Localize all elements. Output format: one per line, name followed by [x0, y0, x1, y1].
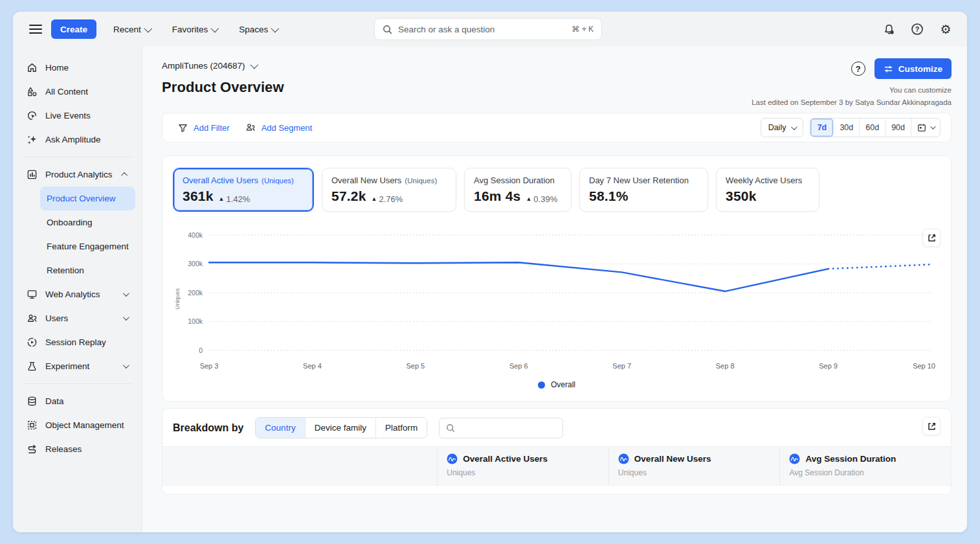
sidebar-item-onboarding[interactable]: Onboarding [40, 210, 135, 234]
sidebar-item-object-management[interactable]: Object Management [19, 413, 135, 437]
tab-country[interactable]: Country [256, 418, 305, 438]
sidebar-item-web-analytics[interactable]: Web Analytics [19, 282, 135, 306]
sidebar-item-retention[interactable]: Retention [40, 258, 135, 282]
chevron-down-icon [123, 290, 129, 297]
breakdown-column-overall-new-users[interactable]: Overall New Users Uniques [608, 447, 780, 485]
last-edited-note: Last edited on September 3 by Satya Sund… [752, 96, 952, 109]
menu-favorites-label: Favorites [172, 25, 208, 34]
legend-label: Overall [551, 380, 575, 389]
sidebar-item-releases[interactable]: Releases [19, 437, 135, 461]
notifications-bell-icon[interactable] [882, 22, 896, 36]
search-icon [446, 424, 455, 433]
sidebar-item-label: Data [45, 396, 129, 406]
metric-sublabel: (Uniques) [262, 177, 294, 185]
breakdown-search-input[interactable] [460, 423, 556, 433]
delta-up-icon: ▲ [219, 196, 225, 202]
y-axis-unit-label: Uniques [174, 288, 181, 310]
add-segment-button[interactable]: Add Segment [240, 122, 318, 133]
column-title: Avg Session Duration [805, 454, 896, 464]
breakdown-column-dimension [162, 447, 437, 485]
help-icon[interactable]: ? [910, 22, 924, 36]
search-input[interactable] [398, 25, 566, 34]
sparkles-icon [26, 134, 38, 146]
range-90d[interactable]: 90d [885, 119, 911, 137]
add-filter-label: Add Filter [194, 123, 230, 133]
metric-avg-session-duration[interactable]: Avg Session Duration 16m 4s ▲0.39% [464, 168, 572, 212]
menu-spaces-label: Spaces [239, 25, 268, 34]
sidebar-item-session-replay[interactable]: Session Replay [19, 330, 135, 354]
sidebar-item-label: Product Analytics [45, 170, 115, 179]
metric-label: Weekly Active Users [726, 176, 802, 185]
sidebar-item-product-overview[interactable]: Product Overview [40, 187, 135, 210]
breakdown-column-overall-active-users[interactable]: Overall Active Users Uniques [437, 447, 608, 485]
sidebar-item-feature-engagement[interactable]: Feature Engagement [40, 234, 135, 258]
sidebar-item-ask-amplitude[interactable]: Ask Amplitude [19, 128, 135, 152]
column-subtitle: Uniques [618, 468, 771, 477]
dashboard-help-button[interactable]: ? [849, 59, 868, 78]
chevron-down-icon [791, 124, 797, 130]
range-30d[interactable]: 30d [834, 119, 860, 137]
svg-text:Sep 10: Sep 10 [913, 362, 935, 370]
chart-legend: Overall [173, 374, 941, 396]
range-7d[interactable]: 7d [810, 119, 834, 137]
breakdown-expand-button[interactable] [922, 417, 941, 435]
metric-day7-retention[interactable]: Day 7 New User Retention 58.1% [579, 168, 708, 212]
project-name: AmpliTunes (204687) [162, 61, 245, 71]
sidebar-item-label: Ask Amplitude [45, 135, 129, 144]
sidebar-item-all-content[interactable]: All Content [19, 80, 135, 104]
sidebar-item-label: Object Management [45, 420, 129, 430]
customize-button[interactable]: Customize [874, 58, 952, 79]
all-content-icon [26, 86, 38, 98]
chevron-down-icon [250, 61, 258, 69]
breakdown-search[interactable] [439, 418, 563, 438]
add-segment-label: Add Segment [262, 123, 313, 133]
app-window: Create Recent Favorites Spaces ⌘ + K ? ⚙ [13, 12, 967, 532]
sidebar-divider [22, 157, 133, 157]
metric-overall-active-users[interactable]: Overall Active Users(Uniques) 361k ▲1.42… [173, 168, 314, 212]
chevron-down-icon [271, 24, 280, 32]
menu-recent[interactable]: Recent [107, 19, 157, 39]
breakdown-table-header: Overall Active Users Uniques Overall New… [162, 446, 951, 485]
metric-weekly-active-users[interactable]: Weekly Active Users 350k [716, 168, 819, 212]
sidebar-item-data[interactable]: Data [19, 389, 135, 413]
web-analytics-icon [26, 289, 38, 300]
delta-up-icon: ▲ [526, 196, 531, 202]
top-navigation-bar: Create Recent Favorites Spaces ⌘ + K ? ⚙ [13, 12, 967, 47]
metric-label: Avg Session Duration [474, 176, 555, 185]
chevron-down-icon [123, 362, 129, 368]
table-row[interactable] [162, 485, 951, 495]
global-search[interactable]: ⌘ + K [374, 18, 602, 40]
sidebar-item-label: Releases [45, 444, 129, 454]
breakdown-column-avg-session-duration[interactable]: Avg Session Duration Avg Session Duratio… [779, 447, 951, 485]
svg-text:Sep 4: Sep 4 [303, 362, 322, 370]
sidebar-item-experiment[interactable]: Experiment [19, 354, 135, 378]
metric-value: 16m 4s [474, 188, 520, 204]
product-analytics-icon [26, 169, 38, 181]
live-events-icon [26, 110, 38, 122]
svg-text:Sep 9: Sep 9 [819, 362, 838, 370]
sidebar-item-home[interactable]: Home [19, 56, 135, 80]
releases-icon [26, 444, 38, 455]
hamburger-menu-icon[interactable] [29, 25, 42, 34]
date-picker-button[interactable] [911, 119, 940, 137]
create-button[interactable]: Create [51, 19, 96, 39]
granularity-select[interactable]: Daily [761, 118, 804, 137]
column-subtitle: Avg Session Duration [789, 468, 942, 477]
metric-delta: 2.76% [379, 194, 403, 204]
range-60d[interactable]: 60d [860, 119, 885, 137]
tab-device-family[interactable]: Device family [306, 418, 376, 438]
menu-spaces[interactable]: Spaces [232, 19, 284, 39]
add-filter-button[interactable]: Add Filter [173, 123, 235, 133]
filter-bar: Add Filter Add Segment Daily 7d 30d 60d [162, 113, 952, 142]
sidebar-item-product-analytics[interactable]: Product Analytics [19, 163, 135, 187]
sidebar-item-users[interactable]: Users [19, 306, 135, 330]
settings-gear-icon[interactable]: ⚙ [939, 22, 953, 36]
sidebar-item-label: Experiment [45, 361, 115, 371]
menu-favorites[interactable]: Favorites [166, 19, 224, 39]
tab-platform[interactable]: Platform [376, 418, 427, 438]
metric-overall-new-users[interactable]: Overall New Users(Uniques) 57.2k ▲2.76% [322, 168, 456, 212]
project-selector[interactable]: AmpliTunes (204687) [162, 61, 256, 71]
screenshot-frame: Create Recent Favorites Spaces ⌘ + K ? ⚙ [0, 0, 980, 544]
sidebar-item-live-events[interactable]: Live Events [19, 104, 135, 128]
database-icon [26, 396, 38, 407]
